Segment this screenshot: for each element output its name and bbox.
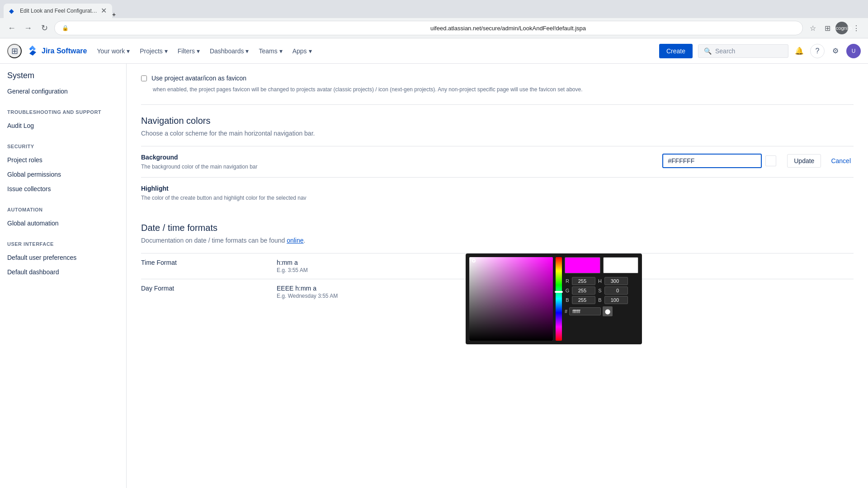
sidebar-item-default-dashboard[interactable]: Default dashboard — [0, 265, 126, 279]
back-button[interactable]: ← — [5, 22, 18, 34]
sidebar-system-section: System General configuration — [0, 64, 126, 99]
eyedropper-icon: ⬤ — [605, 309, 610, 314]
tab-close-button[interactable]: ✕ — [101, 7, 107, 14]
background-label: Background — [141, 154, 662, 161]
chevron-down-icon: ▾ — [197, 47, 200, 55]
nav-apps[interactable]: Apps ▾ — [288, 44, 316, 58]
main-layout: System General configuration TROUBLESHOO… — [0, 64, 868, 488]
cp-r-label: R — [565, 278, 570, 284]
cp-hex-input[interactable] — [569, 307, 601, 315]
color-hex-input[interactable] — [662, 154, 762, 168]
nav-teams[interactable]: Teams ▾ — [254, 44, 287, 58]
cp-hash-row: # ⬤ — [565, 306, 638, 316]
cp-gradient-cursor — [472, 259, 476, 263]
time-format-label: Time Format — [141, 259, 277, 266]
new-tab-button[interactable]: + — [112, 11, 116, 18]
background-color-control: Update Cancel — [662, 154, 854, 168]
cancel-button[interactable]: Cancel — [828, 155, 854, 167]
cp-previews — [565, 257, 638, 273]
sidebar-item-system[interactable]: System — [0, 64, 126, 84]
cp-hash-label: # — [565, 309, 567, 314]
nav-colors-section: Navigation colors Choose a color scheme … — [141, 116, 854, 208]
settings-button[interactable]: ⚙ — [828, 44, 843, 58]
chevron-down-icon: ▾ — [309, 47, 312, 55]
sidebar-item-global-automation[interactable]: Global automation — [0, 216, 126, 230]
background-color-row: Background The background color of the m… — [141, 146, 854, 177]
main-nav: Your work ▾ Projects ▾ Filters ▾ Dashboa… — [92, 44, 653, 58]
sidebar-item-global-permissions[interactable]: Global permissions — [0, 167, 126, 182]
highlight-color-row: Highlight The color of the create button… — [141, 177, 854, 208]
datetime-online-link[interactable]: online — [287, 237, 303, 244]
cp-hue-strip[interactable] — [556, 257, 562, 341]
cp-old-color-preview — [603, 257, 639, 273]
tab-bar: ◆ Edit Look and Feel Configuration ✕ + — [0, 0, 868, 18]
cp-right-panel: R H G S B — [565, 257, 638, 341]
sidebar-security-section: SECURITY Project roles Global permission… — [0, 136, 126, 196]
background-color-label: Background The background color of the m… — [141, 154, 662, 170]
sidebar-item-audit-log[interactable]: Audit Log — [0, 118, 126, 133]
jira-logo[interactable]: Jira Software — [27, 46, 87, 56]
sidebar-item-general-config[interactable]: General configuration — [0, 84, 126, 99]
help-button[interactable]: ? — [810, 44, 825, 58]
color-swatch[interactable] — [765, 155, 776, 166]
sidebar-automation-section: AUTOMATION Global automation — [0, 200, 126, 230]
cp-b2-input[interactable] — [604, 296, 628, 304]
jira-logo-icon — [27, 46, 38, 56]
sidebar-section-security-title: SECURITY — [0, 136, 126, 153]
sidebar: System General configuration TROUBLESHOO… — [0, 64, 127, 488]
cp-gradient[interactable] — [469, 257, 553, 341]
forward-button[interactable]: → — [22, 22, 34, 34]
reload-button[interactable]: ↻ — [38, 22, 51, 34]
profile-button[interactable]: Incognito — [835, 22, 848, 34]
browser-chrome: ◆ Edit Look and Feel Configuration ✕ + ←… — [0, 0, 868, 38]
background-desc: The background color of the main navigat… — [141, 164, 258, 170]
highlight-desc: The color of the create button and highl… — [141, 195, 307, 201]
update-button[interactable]: Update — [787, 154, 821, 168]
nav-dashboards[interactable]: Dashboards ▾ — [205, 44, 254, 58]
favicon-section: Use project avatar/icon as favicon when … — [141, 75, 854, 105]
eyedropper-button[interactable]: ⬤ — [603, 306, 613, 316]
nav-colors-desc: Choose a color scheme for the main horiz… — [141, 130, 854, 137]
jira-header: ⊞ Jira Software Your work ▾ Projects ▾ F… — [0, 38, 868, 64]
chevron-down-icon: ▾ — [127, 47, 130, 55]
address-bar[interactable]: 🔒 uifeed.atlassian.net/secure/admin/Look… — [54, 21, 803, 35]
create-button[interactable]: Create — [659, 44, 693, 58]
cp-r-input[interactable] — [572, 277, 595, 285]
nav-your-work[interactable]: Your work ▾ — [92, 44, 134, 58]
sidebar-section-troubleshooting-title: TROUBLESHOOTING AND SUPPORT — [0, 102, 126, 118]
grid-icon-button[interactable]: ⊞ — [7, 44, 22, 58]
sidebar-item-project-roles[interactable]: Project roles — [0, 153, 126, 167]
cp-b-input[interactable] — [572, 296, 595, 304]
app-name: Jira Software — [42, 47, 87, 55]
menu-button[interactable]: ⋮ — [850, 22, 863, 34]
cp-g-label: G — [565, 288, 570, 293]
sidebar-item-issue-collectors[interactable]: Issue collectors — [0, 182, 126, 196]
favicon-checkbox-row: Use project avatar/icon as favicon — [141, 75, 854, 82]
chevron-down-icon: ▾ — [165, 47, 168, 55]
notifications-button[interactable]: 🔔 — [792, 44, 807, 58]
active-tab[interactable]: ◆ Edit Look and Feel Configuration ✕ — [4, 4, 112, 18]
cp-new-color-preview — [565, 257, 600, 273]
cp-b-field-row: B B — [565, 296, 638, 304]
user-avatar[interactable]: U — [846, 44, 861, 58]
nav-projects[interactable]: Projects ▾ — [135, 44, 172, 58]
sidebar-item-default-user-prefs[interactable]: Default user preferences — [0, 250, 126, 265]
sidebar-ui-section: USER INTERFACE Default user preferences … — [0, 234, 126, 279]
chevron-down-icon: ▾ — [279, 47, 283, 55]
favicon-checkbox[interactable] — [141, 75, 147, 81]
cp-g-input[interactable] — [572, 286, 595, 295]
search-label: Search — [715, 47, 735, 55]
toolbar-actions: ☆ ⊞ Incognito ⋮ — [807, 22, 863, 34]
cp-fields: R H G S B — [565, 277, 638, 316]
main-content: Use project avatar/icon as favicon when … — [127, 64, 868, 488]
search-box[interactable]: 🔍 Search — [698, 44, 788, 58]
highlight-color-label: Highlight The color of the create button… — [141, 185, 854, 201]
cp-h-input[interactable] — [604, 277, 628, 285]
favicon-checkbox-label[interactable]: Use project avatar/icon as favicon — [151, 75, 246, 82]
color-picker-popup: R H G S B — [466, 253, 642, 344]
chevron-down-icon: ▾ — [245, 47, 249, 55]
cp-s-input[interactable] — [604, 286, 628, 295]
star-button[interactable]: ☆ — [807, 22, 819, 34]
sidebar-troubleshooting-section: TROUBLESHOOTING AND SUPPORT Audit Log — [0, 102, 126, 133]
nav-filters[interactable]: Filters ▾ — [173, 44, 204, 58]
